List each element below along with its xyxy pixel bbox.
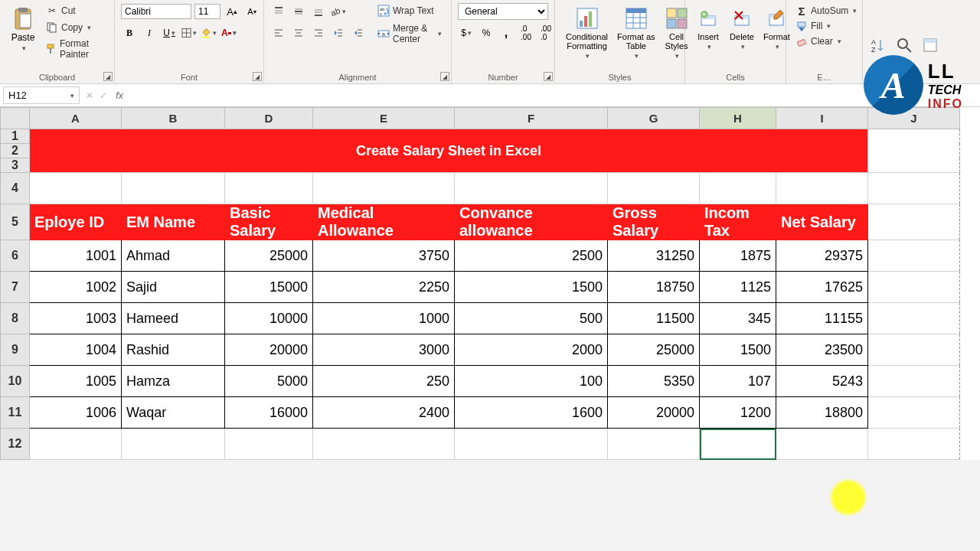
row-header-4[interactable]: 4 [1, 173, 30, 204]
row-header-11[interactable]: 11 [1, 397, 30, 429]
copy-button[interactable]: Copy ▾ [43, 20, 108, 35]
cell-E9[interactable]: 3000 [313, 334, 455, 366]
borders-button[interactable]: ▾ [181, 24, 198, 41]
cell-B12[interactable] [122, 429, 225, 460]
header-2[interactable]: Basic Salary [225, 204, 313, 240]
cell-F8[interactable]: 500 [455, 303, 608, 334]
header-1[interactable]: EM Name [122, 204, 225, 240]
clear-button[interactable]: Clear▾ [792, 34, 844, 49]
cell-G10[interactable]: 5350 [608, 366, 700, 397]
cell-B10[interactable]: Hamza [122, 366, 225, 397]
cell-A11[interactable]: 1006 [30, 397, 122, 429]
cell-J10[interactable] [868, 366, 960, 397]
cell-I7[interactable]: 17625 [776, 272, 868, 303]
align-top-button[interactable] [270, 3, 287, 20]
cell-J8[interactable] [868, 303, 960, 334]
title-cell[interactable]: Create Salary Sheet in Excel [30, 129, 868, 173]
cell-D4[interactable] [225, 173, 313, 204]
insert-button[interactable]: + Insert▾ [691, 3, 725, 54]
comma-format-button[interactable]: , [498, 24, 514, 41]
decrease-decimal-button[interactable]: .00.0 [537, 24, 554, 41]
col-header-B[interactable]: B [122, 108, 225, 129]
row-header-5[interactable]: 5 [1, 204, 30, 240]
merge-center-button[interactable]: a Merge & Center ▾ [374, 21, 445, 46]
cell-J9[interactable] [868, 334, 960, 366]
header-6[interactable]: Incom Tax [700, 204, 776, 240]
wrap-text-button[interactable]: abc Wrap Text [374, 3, 445, 18]
row-header-9[interactable]: 9 [1, 334, 30, 366]
header-4[interactable]: Convance allowance [455, 204, 608, 240]
cell-A9[interactable]: 1004 [30, 334, 122, 366]
cell-B8[interactable]: Hameed [122, 303, 225, 334]
increase-font-button[interactable]: A▴ [224, 3, 240, 20]
cell-D10[interactable]: 5000 [225, 366, 313, 397]
percent-format-button[interactable]: % [478, 24, 495, 41]
dialog-launcher-font[interactable]: ◢ [253, 72, 262, 81]
cell-E4[interactable] [313, 173, 455, 204]
col-header-D[interactable]: D [225, 108, 313, 129]
cell-H12[interactable] [700, 429, 776, 460]
font-color-button[interactable]: A▾ [220, 24, 237, 41]
cell-F6[interactable]: 2500 [455, 240, 608, 272]
row-header-1[interactable]: 1 [1, 129, 30, 144]
cell-E7[interactable]: 2250 [313, 272, 455, 303]
formula-input[interactable] [129, 84, 980, 106]
col-header-E[interactable]: E [313, 108, 455, 129]
sort-filter-button[interactable]: AZ [869, 37, 886, 54]
italic-button[interactable]: I [141, 24, 158, 41]
cell-E11[interactable]: 2400 [313, 397, 455, 429]
cell-H10[interactable]: 107 [700, 366, 776, 397]
autosum-button[interactable]: Σ AutoSum▾ [792, 3, 860, 18]
header-0[interactable]: Eploye ID [30, 204, 122, 240]
cell-G11[interactable]: 20000 [608, 397, 700, 429]
cell-F7[interactable]: 1500 [455, 272, 608, 303]
font-name-select[interactable] [121, 4, 191, 19]
cell-G9[interactable]: 25000 [608, 334, 700, 366]
addins-button[interactable] [921, 37, 938, 54]
cell-G4[interactable] [608, 173, 700, 204]
delete-button[interactable]: Delete▾ [725, 3, 759, 54]
cell-J6[interactable] [868, 240, 960, 272]
cell-G6[interactable]: 31250 [608, 240, 700, 272]
bold-button[interactable]: B [121, 24, 138, 41]
cell-I9[interactable]: 23500 [776, 334, 868, 366]
row-header-3[interactable]: 3 [1, 158, 30, 173]
cell-E10[interactable]: 250 [313, 366, 455, 397]
number-format-select[interactable]: General [458, 3, 548, 20]
cell-F10[interactable]: 100 [455, 366, 608, 397]
format-as-table-button[interactable]: Format as Table▾ [612, 3, 660, 63]
cell-J7[interactable] [868, 272, 960, 303]
col-header-H[interactable]: H [700, 108, 776, 129]
decrease-font-button[interactable]: A▾ [243, 3, 260, 20]
cell-E6[interactable]: 3750 [313, 240, 455, 272]
cell-A6[interactable]: 1001 [30, 240, 122, 272]
cancel-formula-button[interactable]: ✕ [83, 90, 96, 101]
cell-H7[interactable]: 1125 [700, 272, 776, 303]
cell-B4[interactable] [122, 173, 225, 204]
dialog-launcher-number[interactable]: ◢ [544, 72, 553, 81]
align-center-button[interactable] [290, 24, 307, 41]
paste-button[interactable]: Paste ▾ [6, 3, 40, 55]
col-header-A[interactable]: A [30, 108, 122, 129]
cell-B6[interactable]: Ahmad [122, 240, 225, 272]
worksheet-grid[interactable]: ABDEFGHIJ1 Create Salary Sheet in Excel … [0, 107, 980, 460]
cell-J11[interactable] [868, 397, 960, 429]
cell-I6[interactable]: 29375 [776, 240, 868, 272]
header-3[interactable]: Medical Allowance [313, 204, 455, 240]
header-5[interactable]: Gross Salary [608, 204, 700, 240]
name-box[interactable]: H12 ▾ [3, 86, 80, 104]
col-header-I[interactable]: I [776, 108, 868, 129]
cell-B9[interactable]: Rashid [122, 334, 225, 366]
fill-color-button[interactable]: ▾ [201, 24, 217, 41]
cell-B7[interactable]: Sajid [122, 272, 225, 303]
cell-I8[interactable]: 11155 [776, 303, 868, 334]
align-right-button[interactable] [310, 24, 327, 41]
cut-button[interactable]: ✂ Cut [43, 3, 108, 18]
cell-E12[interactable] [313, 429, 455, 460]
col-header-F[interactable]: F [455, 108, 608, 129]
row-header-6[interactable]: 6 [1, 240, 30, 272]
row-header-2[interactable]: 2 [1, 144, 30, 158]
cell-I4[interactable] [776, 173, 868, 204]
accounting-format-button[interactable]: $▾ [458, 24, 475, 41]
cell-H6[interactable]: 1875 [700, 240, 776, 272]
